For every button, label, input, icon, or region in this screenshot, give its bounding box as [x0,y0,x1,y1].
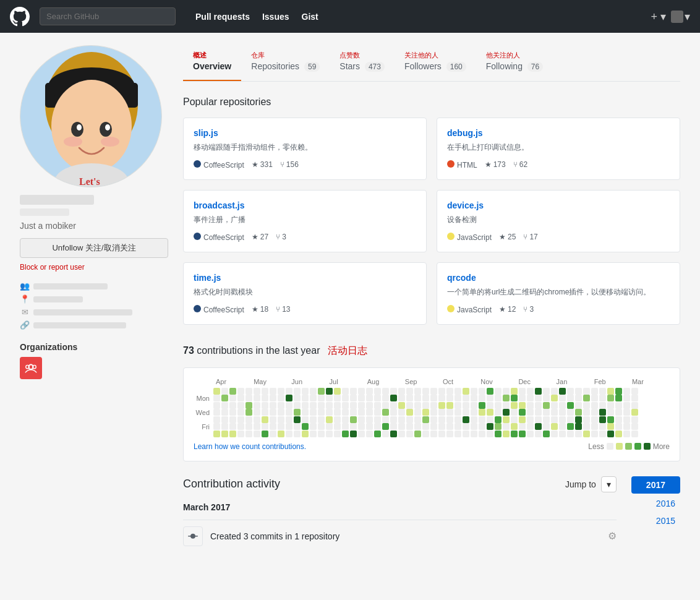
contrib-cell[interactable] [479,395,485,401]
contrib-cell[interactable] [358,416,365,423]
contrib-cell[interactable] [310,409,317,416]
contrib-cell[interactable] [245,402,252,409]
contrib-cell[interactable] [326,409,333,416]
contrib-cell[interactable] [487,395,493,401]
contrib-cell[interactable] [479,409,485,416]
contrib-cell[interactable] [350,409,357,416]
contrib-cell[interactable] [455,409,461,416]
contrib-cell[interactable] [495,431,502,437]
contrib-cell[interactable] [543,409,550,416]
contrib-cell[interactable] [278,402,284,409]
contrib-cell[interactable] [551,388,558,395]
contrib-cell[interactable] [479,416,485,423]
repo-name-devicejs[interactable]: device.js [447,200,670,210]
contrib-cell[interactable] [318,416,325,423]
contrib-cell[interactable] [551,431,558,437]
contrib-cell[interactable] [342,402,349,409]
contrib-cell[interactable] [559,395,566,401]
contrib-cell[interactable] [262,416,268,423]
contrib-cell[interactable] [623,402,630,409]
contrib-cell[interactable] [575,409,582,416]
contrib-cell[interactable] [575,431,582,437]
contrib-cell[interactable] [543,388,550,395]
contrib-cell[interactable] [334,395,341,401]
contrib-cell[interactable] [229,423,236,430]
contrib-cell[interactable] [463,395,469,401]
contrib-cell[interactable] [221,416,228,423]
contrib-cell[interactable] [535,416,542,423]
contrib-cell[interactable] [374,416,381,423]
contrib-cell[interactable] [374,431,381,437]
block-report-link[interactable]: Block or report user [20,263,168,272]
jump-to-button[interactable]: ▾ [601,476,617,492]
contrib-cell[interactable] [229,431,236,437]
contrib-cell[interactable] [471,423,477,430]
contrib-cell[interactable] [615,423,622,430]
contrib-cell[interactable] [237,431,244,437]
year-2015-button[interactable]: 2015 [651,513,680,528]
contrib-cell[interactable] [342,431,349,437]
contrib-cell[interactable] [358,409,365,416]
contrib-cell[interactable] [615,431,622,437]
contrib-cell[interactable] [519,423,526,430]
contrib-cell[interactable] [350,395,357,401]
contrib-cell[interactable] [551,423,558,430]
contrib-cell[interactable] [237,402,244,409]
contrib-cell[interactable] [278,431,284,437]
contrib-cell[interactable] [350,402,357,409]
contrib-cell[interactable] [406,402,413,409]
contrib-cell[interactable] [270,409,276,416]
contrib-cell[interactable] [390,395,397,401]
contrib-cell[interactable] [326,423,333,430]
contrib-cell[interactable] [471,416,477,423]
contrib-cell[interactable] [479,431,485,437]
contrib-cell[interactable] [623,431,630,437]
contrib-cell[interactable] [358,423,365,430]
tab-repositories[interactable]: 仓库 Repositories 59 [241,45,330,81]
contrib-cell[interactable] [591,423,598,430]
contrib-cell[interactable] [245,416,252,423]
contrib-cell[interactable] [382,402,389,409]
contrib-cell[interactable] [511,431,518,437]
contrib-cell[interactable] [599,423,606,430]
contrib-cell[interactable] [342,409,349,416]
contrib-cell[interactable] [302,409,309,416]
contrib-cell[interactable] [479,402,485,409]
contrib-cell[interactable] [583,416,590,423]
user-menu-button[interactable]: ▾ [671,10,690,24]
contrib-cell[interactable] [446,395,453,401]
contrib-cell[interactable] [567,395,574,401]
contrib-cell[interactable] [414,388,421,395]
contrib-cell[interactable] [559,402,566,409]
contrib-cell[interactable] [495,395,502,401]
contrib-cell[interactable] [519,388,526,395]
contrib-cell[interactable] [631,416,638,423]
contrib-cell[interactable] [583,402,590,409]
contrib-cell[interactable] [615,402,622,409]
contrib-cell[interactable] [294,395,301,401]
contrib-cell[interactable] [430,395,437,401]
contrib-cell[interactable] [503,388,510,395]
contrib-cell[interactable] [607,416,614,423]
contrib-cell[interactable] [374,388,381,395]
contrib-cell[interactable] [422,388,429,395]
contrib-cell[interactable] [237,395,244,401]
contrib-cell[interactable] [511,388,518,395]
repo-name-qrcode[interactable]: qrcode [447,273,670,283]
contrib-cell[interactable] [278,395,284,401]
contrib-cell[interactable] [374,409,381,416]
contrib-cell[interactable] [543,431,550,437]
contrib-cell[interactable] [350,388,357,395]
contrib-cell[interactable] [559,416,566,423]
contrib-cell[interactable] [495,423,502,430]
contrib-cell[interactable] [237,388,244,395]
contrib-cell[interactable] [366,409,373,416]
contrib-cell[interactable] [583,423,590,430]
contrib-cell[interactable] [342,395,349,401]
contrib-cell[interactable] [591,431,598,437]
contrib-cell[interactable] [245,395,252,401]
contrib-cell[interactable] [446,409,453,416]
contrib-cell[interactable] [430,402,437,409]
contrib-cell[interactable] [310,388,317,395]
github-logo[interactable] [10,7,30,27]
